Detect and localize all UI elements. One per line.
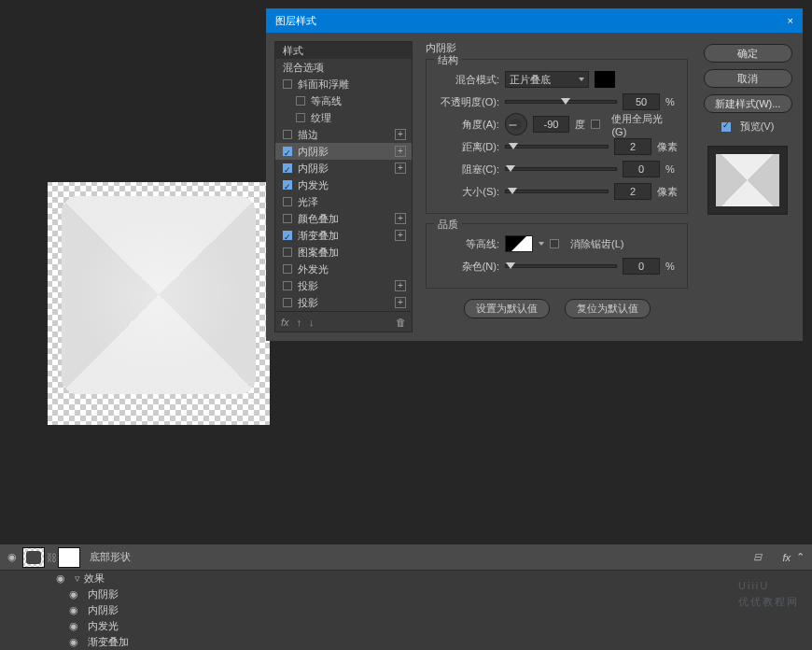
chevron-down-icon[interactable]: ⌃	[796, 551, 805, 563]
preview-box	[707, 146, 788, 215]
layer-thumb-mask[interactable]	[58, 547, 80, 568]
style-row-9[interactable]: 渐变叠加+	[275, 227, 412, 244]
noise-slider[interactable]	[505, 264, 617, 268]
size-field[interactable]: 2	[614, 183, 651, 200]
style-row-7[interactable]: 光泽	[275, 193, 412, 210]
blending-options-row[interactable]: 混合选项	[275, 59, 412, 76]
style-check[interactable]	[283, 247, 292, 257]
style-check[interactable]	[283, 147, 292, 156]
style-check[interactable]	[283, 281, 292, 290]
style-row-6[interactable]: 内发光	[275, 177, 412, 193]
dialog-sidebar: 确定 取消 新建样式(W)... 预览(V)	[701, 41, 794, 332]
effect-row[interactable]: ◉内阴影	[0, 602, 812, 618]
effect-row[interactable]: ◉渐变叠加	[0, 634, 812, 650]
plus-icon[interactable]: +	[395, 230, 406, 241]
plus-icon[interactable]: +	[395, 146, 406, 157]
style-row-8[interactable]: 颜色叠加+	[275, 210, 412, 227]
style-check[interactable]	[283, 79, 292, 89]
ok-button[interactable]: 确定	[704, 44, 792, 63]
style-check[interactable]	[283, 214, 292, 223]
styles-header[interactable]: 样式	[275, 42, 412, 59]
eye-icon[interactable]: ◉	[65, 620, 82, 632]
eye-icon[interactable]: ◉	[52, 572, 69, 585]
layers-panel: ◉ ⛓ 底部形状 ⊟ fx ⌃ ◉ ▿ 效果 ◉内阴影◉内阴影◉内发光◉渐变叠加	[0, 544, 812, 650]
style-row-5[interactable]: 内阴影+	[275, 160, 412, 177]
eye-icon[interactable]: ◉	[65, 604, 82, 616]
plus-icon[interactable]: +	[395, 297, 406, 308]
color-swatch[interactable]	[595, 71, 615, 88]
plus-icon[interactable]: +	[395, 213, 406, 224]
preview-check[interactable]	[721, 122, 731, 132]
chevron-down-icon	[579, 78, 584, 81]
trash-icon[interactable]: 🗑	[396, 317, 406, 328]
effect-row[interactable]: ◉内发光	[0, 618, 812, 634]
reset-default-button[interactable]: 复位为默认值	[565, 299, 651, 318]
quality-fieldset: 品质 等高线: 消除锯齿(L) 杂色(N): 0 %	[426, 223, 688, 289]
new-style-button[interactable]: 新建样式(W)...	[704, 94, 792, 113]
style-check[interactable]	[283, 180, 292, 190]
contour-picker[interactable]	[505, 235, 533, 252]
distance-slider[interactable]	[505, 145, 609, 148]
style-check[interactable]	[283, 264, 292, 274]
arrow-up-icon[interactable]: ↑	[297, 317, 302, 328]
style-check[interactable]	[283, 163, 292, 173]
size-slider[interactable]	[505, 190, 609, 193]
style-row-1[interactable]: 等高线	[275, 92, 412, 109]
style-check[interactable]	[283, 298, 292, 307]
eye-icon[interactable]: ◉	[65, 588, 82, 601]
dialog-titlebar[interactable]: 图层样式 ×	[266, 8, 803, 33]
structure-fieldset: 结构 混合模式: 正片叠底 不透明度(O): 50 % 角度(A): -90 度	[426, 59, 688, 214]
distance-field[interactable]: 2	[614, 138, 651, 155]
plus-icon[interactable]: +	[395, 129, 406, 140]
eye-icon[interactable]: ◉	[65, 636, 82, 648]
layer-thumb-shape[interactable]	[22, 547, 45, 568]
layer-style-dialog: 图层样式 × 样式 混合选项 斜面和浮雕等高线纹理描边+内阴影+内阴影+内发光光…	[266, 8, 803, 341]
cancel-button[interactable]: 取消	[704, 69, 792, 88]
chevron-down-icon[interactable]	[539, 242, 544, 246]
angle-field[interactable]: -90	[533, 116, 570, 133]
style-row-2[interactable]: 纹理	[275, 109, 412, 126]
options-panel: 内阴影 结构 混合模式: 正片叠底 不透明度(O): 50 % 角度(A):	[413, 41, 701, 332]
plus-icon[interactable]: +	[395, 280, 406, 291]
choke-slider[interactable]	[505, 167, 617, 171]
antialias-check[interactable]	[550, 239, 559, 248]
style-row-0[interactable]: 斜面和浮雕	[275, 76, 412, 92]
style-row-12[interactable]: 投影+	[275, 277, 412, 294]
make-default-button[interactable]: 设置为默认值	[464, 299, 550, 318]
style-check[interactable]	[283, 231, 292, 240]
style-row-13[interactable]: 投影+	[275, 294, 412, 311]
effects-header-row[interactable]: ◉ ▿ 效果	[0, 571, 812, 586]
styles-list-panel: 样式 混合选项 斜面和浮雕等高线纹理描边+内阴影+内阴影+内发光光泽颜色叠加+渐…	[274, 41, 413, 332]
eye-icon[interactable]: ◉	[4, 551, 21, 563]
section-title: 内阴影	[426, 41, 688, 55]
style-check[interactable]	[283, 130, 292, 139]
opacity-field[interactable]: 50	[623, 93, 660, 110]
style-row-3[interactable]: 描边+	[275, 126, 412, 143]
layer-name[interactable]: 底部形状	[90, 550, 131, 564]
style-check[interactable]	[296, 113, 305, 122]
style-row-4[interactable]: 内阴影+	[275, 143, 412, 160]
fx-label[interactable]: fx	[782, 552, 791, 563]
collapse-toggle[interactable]: ▿	[75, 572, 80, 585]
link-icon[interactable]: ⛓	[47, 552, 56, 563]
dialog-title: 图层样式	[275, 8, 316, 33]
collapse-icon[interactable]: ⊟	[753, 551, 762, 563]
noise-field[interactable]: 0	[623, 258, 660, 275]
style-row-11[interactable]: 外发光	[275, 261, 412, 277]
blend-mode-select[interactable]: 正片叠底	[505, 71, 589, 88]
global-light-check[interactable]	[591, 120, 600, 129]
angle-dial[interactable]	[505, 113, 527, 135]
layer-row[interactable]: ◉ ⛓ 底部形状 ⊟ fx ⌃	[0, 544, 812, 571]
style-row-10[interactable]: 图案叠加	[275, 244, 412, 261]
style-check[interactable]	[296, 96, 305, 106]
fx-icon[interactable]: fx	[281, 317, 289, 328]
rounded-square-shape	[62, 196, 256, 394]
opacity-slider[interactable]	[505, 100, 617, 104]
arrow-down-icon[interactable]: ↓	[309, 317, 315, 328]
effect-row[interactable]: ◉内阴影	[0, 586, 812, 602]
style-check[interactable]	[283, 197, 292, 206]
choke-field[interactable]: 0	[623, 161, 660, 177]
close-icon[interactable]: ×	[788, 8, 793, 33]
canvas-transparent-bg[interactable]	[48, 182, 270, 425]
plus-icon[interactable]: +	[395, 162, 406, 174]
